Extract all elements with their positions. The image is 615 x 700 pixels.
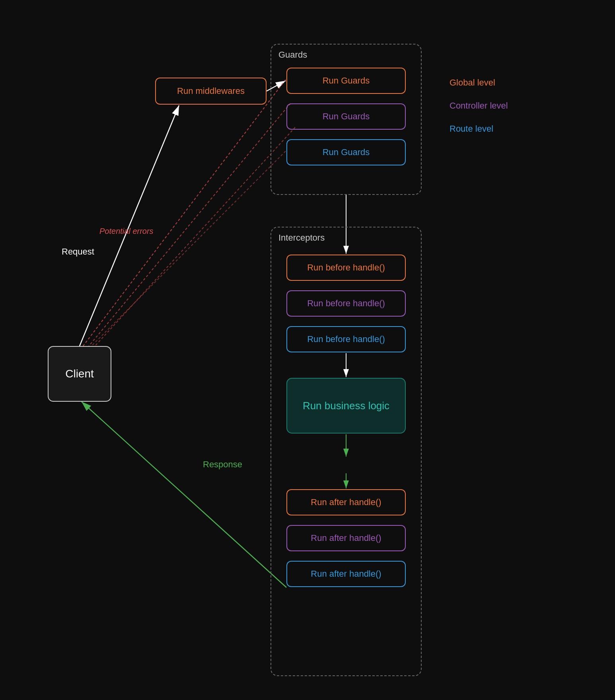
- middlewares-label: Run middlewares: [177, 86, 245, 96]
- svg-line-9: [90, 127, 295, 352]
- legend: Global level Controller level Route leve…: [450, 78, 508, 147]
- legend-global: Global level: [450, 78, 508, 88]
- potential-errors-label: Potential errors: [99, 227, 154, 236]
- legend-controller-label: Controller level: [450, 101, 508, 111]
- after-3-label: Run after handle(): [311, 569, 381, 579]
- response-label: Response: [203, 459, 242, 470]
- before-3-label: Run before handle(): [307, 334, 385, 344]
- after-1-label: Run after handle(): [311, 497, 381, 508]
- after-handle-box-1: Run after handle(): [286, 489, 406, 515]
- after-handle-box-3: Run after handle(): [286, 561, 406, 587]
- guard-box-2: Run Guards: [286, 103, 406, 130]
- legend-global-label: Global level: [450, 78, 495, 88]
- after-handle-box-2: Run after handle(): [286, 525, 406, 551]
- before-handle-box-2: Run before handle(): [286, 290, 406, 317]
- guards-section-label: Guards: [278, 50, 307, 60]
- svg-line-6: [82, 402, 286, 587]
- interceptors-section-label: Interceptors: [278, 233, 325, 243]
- guard-2-label: Run Guards: [323, 111, 370, 122]
- business-label: Run business logic: [303, 400, 389, 412]
- client-box: Client: [48, 346, 111, 402]
- diagram-container: Client Run middlewares Guards Run Guards…: [0, 0, 615, 700]
- business-logic-box: Run business logic: [286, 378, 406, 434]
- svg-line-0: [80, 105, 179, 346]
- before-handle-box-1: Run before handle(): [286, 255, 406, 281]
- before-2-label: Run before handle(): [307, 298, 385, 309]
- svg-line-7: [82, 80, 286, 348]
- before-1-label: Run before handle(): [307, 262, 385, 273]
- client-label: Client: [65, 368, 94, 380]
- legend-controller: Controller level: [450, 101, 508, 111]
- after-2-label: Run after handle(): [311, 533, 381, 543]
- legend-route-label: Route level: [450, 124, 493, 134]
- before-handle-box-3: Run before handle(): [286, 326, 406, 352]
- guard-3-label: Run Guards: [323, 147, 370, 158]
- guard-1-label: Run Guards: [323, 76, 370, 86]
- guard-box-3: Run Guards: [286, 139, 406, 165]
- svg-line-10: [84, 151, 286, 354]
- guard-box-1: Run Guards: [286, 68, 406, 94]
- legend-route: Route level: [450, 124, 508, 134]
- middlewares-box: Run middlewares: [155, 78, 267, 105]
- request-label: Request: [62, 247, 94, 257]
